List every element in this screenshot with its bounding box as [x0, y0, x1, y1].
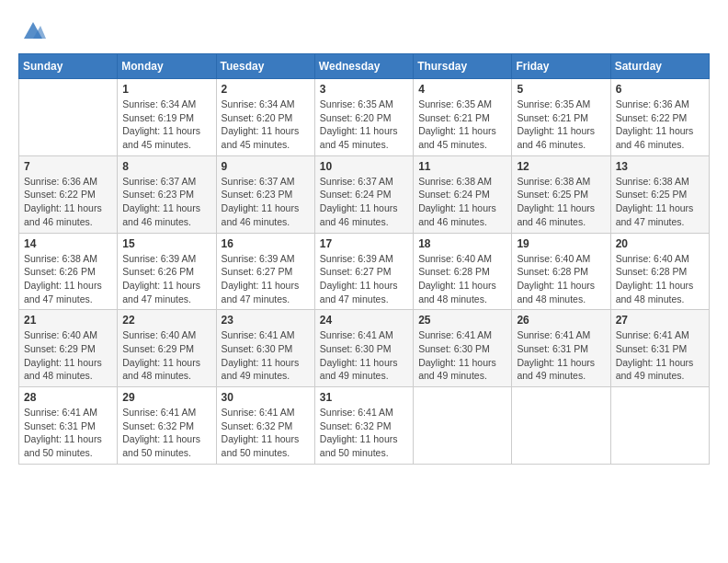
calendar-cell: 4Sunrise: 6:35 AMSunset: 6:21 PMDaylight…: [414, 79, 512, 156]
day-number: 1: [122, 83, 210, 96]
calendar-cell: [610, 387, 709, 465]
logo: [18, 18, 46, 44]
day-detail: Sunrise: 6:38 AMSunset: 6:25 PMDaylight:…: [517, 175, 605, 229]
day-number: 9: [222, 160, 310, 173]
day-detail: Sunrise: 6:38 AMSunset: 6:24 PMDaylight:…: [418, 175, 506, 229]
calendar-cell: 5Sunrise: 6:35 AMSunset: 6:21 PMDaylight…: [512, 79, 610, 156]
week-row-5: 28Sunrise: 6:41 AMSunset: 6:31 PMDayligh…: [19, 387, 710, 465]
weekday-header-thursday: Thursday: [414, 54, 512, 79]
calendar-cell: [19, 79, 118, 156]
day-detail: Sunrise: 6:39 AMSunset: 6:27 PMDaylight:…: [222, 252, 310, 306]
calendar-cell: 24Sunrise: 6:41 AMSunset: 6:30 PMDayligh…: [314, 310, 413, 387]
day-detail: Sunrise: 6:38 AMSunset: 6:25 PMDaylight:…: [616, 175, 704, 229]
logo-icon: [20, 18, 46, 44]
calendar-cell: 31Sunrise: 6:41 AMSunset: 6:32 PMDayligh…: [314, 387, 413, 465]
day-number: 8: [122, 160, 210, 173]
day-detail: Sunrise: 6:37 AMSunset: 6:23 PMDaylight:…: [222, 175, 310, 229]
weekday-header-wednesday: Wednesday: [314, 54, 413, 79]
day-detail: Sunrise: 6:41 AMSunset: 6:31 PMDaylight:…: [616, 328, 704, 383]
calendar-cell: 25Sunrise: 6:41 AMSunset: 6:30 PMDayligh…: [414, 310, 512, 387]
calendar-cell: 15Sunrise: 6:39 AMSunset: 6:26 PMDayligh…: [118, 233, 216, 310]
day-number: 6: [616, 83, 704, 96]
calendar-cell: 7Sunrise: 6:36 AMSunset: 6:22 PMDaylight…: [19, 155, 118, 233]
day-detail: Sunrise: 6:37 AMSunset: 6:24 PMDaylight:…: [320, 175, 408, 229]
calendar-cell: 28Sunrise: 6:41 AMSunset: 6:31 PMDayligh…: [19, 387, 118, 465]
calendar-cell: 21Sunrise: 6:40 AMSunset: 6:29 PMDayligh…: [19, 310, 118, 387]
day-detail: Sunrise: 6:40 AMSunset: 6:28 PMDaylight:…: [418, 252, 506, 306]
day-number: 14: [24, 237, 112, 250]
day-number: 21: [24, 314, 112, 327]
calendar-cell: 27Sunrise: 6:41 AMSunset: 6:31 PMDayligh…: [610, 310, 709, 387]
calendar-cell: 12Sunrise: 6:38 AMSunset: 6:25 PMDayligh…: [512, 155, 610, 233]
calendar-cell: 18Sunrise: 6:40 AMSunset: 6:28 PMDayligh…: [414, 233, 512, 310]
calendar-cell: 1Sunrise: 6:34 AMSunset: 6:19 PMDaylight…: [118, 79, 216, 156]
calendar-cell: 11Sunrise: 6:38 AMSunset: 6:24 PMDayligh…: [414, 155, 512, 233]
day-detail: Sunrise: 6:35 AMSunset: 6:20 PMDaylight:…: [320, 98, 408, 152]
day-number: 12: [517, 160, 605, 173]
calendar-cell: 13Sunrise: 6:38 AMSunset: 6:25 PMDayligh…: [610, 155, 709, 233]
day-detail: Sunrise: 6:41 AMSunset: 6:30 PMDaylight:…: [320, 328, 408, 383]
day-detail: Sunrise: 6:41 AMSunset: 6:32 PMDaylight:…: [320, 406, 408, 460]
calendar-cell: 10Sunrise: 6:37 AMSunset: 6:24 PMDayligh…: [314, 155, 413, 233]
day-detail: Sunrise: 6:35 AMSunset: 6:21 PMDaylight:…: [418, 98, 506, 152]
calendar-cell: 17Sunrise: 6:39 AMSunset: 6:27 PMDayligh…: [314, 233, 413, 310]
day-number: 7: [24, 160, 112, 173]
day-detail: Sunrise: 6:36 AMSunset: 6:22 PMDaylight:…: [616, 98, 704, 152]
day-detail: Sunrise: 6:38 AMSunset: 6:26 PMDaylight:…: [24, 252, 112, 306]
day-detail: Sunrise: 6:39 AMSunset: 6:27 PMDaylight:…: [320, 252, 408, 306]
day-detail: Sunrise: 6:41 AMSunset: 6:31 PMDaylight:…: [24, 406, 112, 460]
day-detail: Sunrise: 6:41 AMSunset: 6:32 PMDaylight:…: [222, 406, 310, 460]
day-number: 15: [122, 237, 210, 250]
calendar-cell: [414, 387, 512, 465]
day-number: 23: [222, 314, 310, 327]
calendar-cell: 23Sunrise: 6:41 AMSunset: 6:30 PMDayligh…: [216, 310, 314, 387]
day-number: 31: [320, 391, 408, 404]
day-detail: Sunrise: 6:41 AMSunset: 6:32 PMDaylight:…: [122, 406, 210, 460]
day-number: 16: [222, 237, 310, 250]
weekday-header-sunday: Sunday: [19, 54, 118, 79]
calendar-cell: 26Sunrise: 6:41 AMSunset: 6:31 PMDayligh…: [512, 310, 610, 387]
day-detail: Sunrise: 6:37 AMSunset: 6:23 PMDaylight:…: [122, 175, 210, 229]
day-number: 13: [616, 160, 704, 173]
calendar-cell: 14Sunrise: 6:38 AMSunset: 6:26 PMDayligh…: [19, 233, 118, 310]
day-detail: Sunrise: 6:41 AMSunset: 6:30 PMDaylight:…: [222, 328, 310, 383]
day-number: 4: [418, 83, 506, 96]
day-detail: Sunrise: 6:40 AMSunset: 6:29 PMDaylight:…: [122, 328, 210, 383]
week-row-1: 1Sunrise: 6:34 AMSunset: 6:19 PMDaylight…: [19, 79, 710, 156]
calendar-cell: 16Sunrise: 6:39 AMSunset: 6:27 PMDayligh…: [216, 233, 314, 310]
day-number: 5: [517, 83, 605, 96]
day-number: 25: [418, 314, 506, 327]
calendar-cell: 9Sunrise: 6:37 AMSunset: 6:23 PMDaylight…: [216, 155, 314, 233]
day-detail: Sunrise: 6:40 AMSunset: 6:29 PMDaylight:…: [24, 328, 112, 383]
day-detail: Sunrise: 6:40 AMSunset: 6:28 PMDaylight:…: [517, 252, 605, 306]
calendar-cell: [512, 387, 610, 465]
day-detail: Sunrise: 6:40 AMSunset: 6:28 PMDaylight:…: [616, 252, 704, 306]
calendar-cell: 22Sunrise: 6:40 AMSunset: 6:29 PMDayligh…: [118, 310, 216, 387]
weekday-header-row: SundayMondayTuesdayWednesdayThursdayFrid…: [19, 54, 710, 79]
day-number: 29: [122, 391, 210, 404]
calendar-cell: 2Sunrise: 6:34 AMSunset: 6:20 PMDaylight…: [216, 79, 314, 156]
day-detail: Sunrise: 6:34 AMSunset: 6:20 PMDaylight:…: [222, 98, 310, 152]
calendar-cell: 19Sunrise: 6:40 AMSunset: 6:28 PMDayligh…: [512, 233, 610, 310]
weekday-header-monday: Monday: [118, 54, 216, 79]
day-detail: Sunrise: 6:34 AMSunset: 6:19 PMDaylight:…: [122, 98, 210, 152]
day-number: 19: [517, 237, 605, 250]
day-number: 28: [24, 391, 112, 404]
day-detail: Sunrise: 6:36 AMSunset: 6:22 PMDaylight:…: [24, 175, 112, 229]
day-detail: Sunrise: 6:41 AMSunset: 6:30 PMDaylight:…: [418, 328, 506, 383]
day-number: 11: [418, 160, 506, 173]
day-number: 20: [616, 237, 704, 250]
day-number: 30: [222, 391, 310, 404]
day-number: 10: [320, 160, 408, 173]
day-number: 26: [517, 314, 605, 327]
day-number: 24: [320, 314, 408, 327]
calendar-cell: 20Sunrise: 6:40 AMSunset: 6:28 PMDayligh…: [610, 233, 709, 310]
day-detail: Sunrise: 6:41 AMSunset: 6:31 PMDaylight:…: [517, 328, 605, 383]
week-row-2: 7Sunrise: 6:36 AMSunset: 6:22 PMDaylight…: [19, 155, 710, 233]
calendar-cell: 3Sunrise: 6:35 AMSunset: 6:20 PMDaylight…: [314, 79, 413, 156]
day-detail: Sunrise: 6:39 AMSunset: 6:26 PMDaylight:…: [122, 252, 210, 306]
day-number: 27: [616, 314, 704, 327]
week-row-4: 21Sunrise: 6:40 AMSunset: 6:29 PMDayligh…: [19, 310, 710, 387]
calendar-table: SundayMondayTuesdayWednesdayThursdayFrid…: [18, 53, 710, 465]
weekday-header-tuesday: Tuesday: [216, 54, 314, 79]
